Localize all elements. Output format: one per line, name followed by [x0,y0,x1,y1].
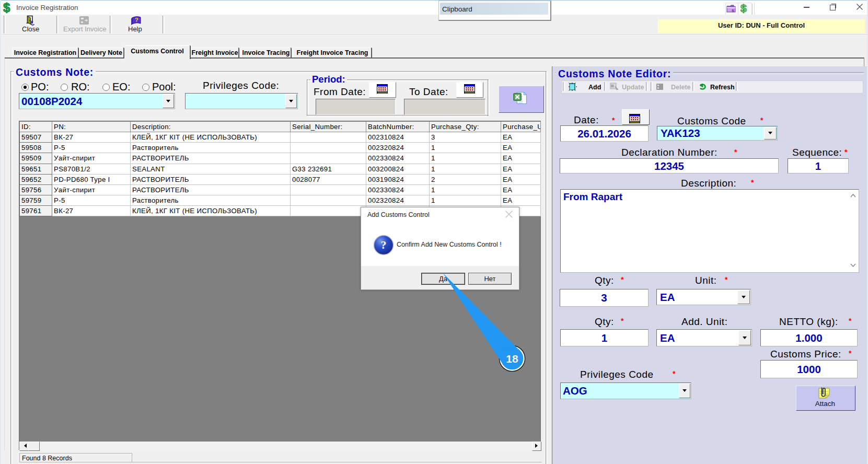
svg-text:?: ? [135,17,138,23]
svg-text:?: ? [381,238,387,251]
svg-text:B: B [611,84,614,88]
svg-text:s: s [732,8,734,13]
svg-text:18: 18 [506,353,518,365]
